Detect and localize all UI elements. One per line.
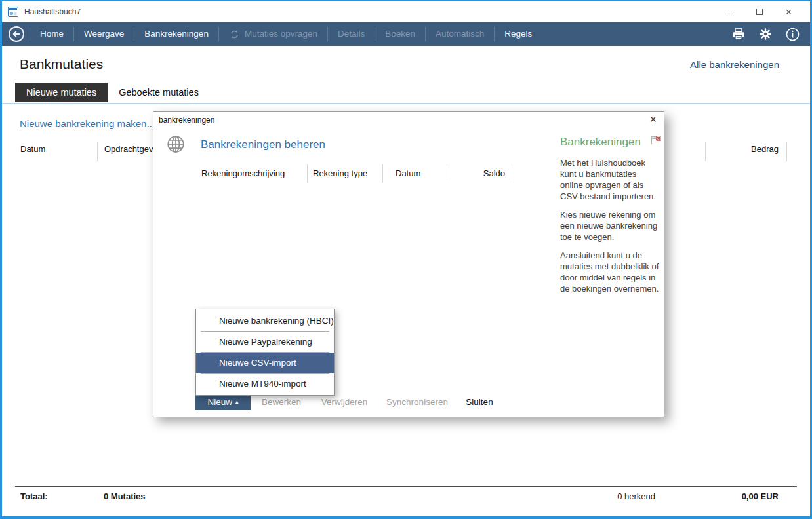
dialog-column-datum[interactable]: Datum: [396, 168, 420, 178]
status-mutation-count: 0 Mutaties: [104, 491, 146, 501]
sync-icon: [229, 29, 240, 40]
column-divider: [97, 142, 98, 161]
nieuw-button-label: Nieuw: [207, 397, 232, 407]
app-icon: [8, 7, 18, 17]
new-bankaccount-link[interactable]: Nieuwe bankrekening maken...: [20, 118, 155, 129]
nav-regels-label: Regels: [504, 22, 532, 46]
menu-item-nieuwe-mt940-import[interactable]: Nieuwe MT940-import: [196, 374, 334, 394]
bewerken-button: Bewerken: [252, 394, 311, 410]
synchroniseren-button: Synchroniseren: [383, 394, 451, 410]
globe-icon: [166, 134, 186, 157]
column-divider: [512, 164, 512, 183]
all-bankaccounts-link[interactable]: Alle bankrekeningen: [690, 59, 779, 70]
tab-geboekte-mutaties[interactable]: Geboekte mutaties: [108, 83, 210, 102]
title-bar: Haushaltsbuch7 ×: [2, 1, 810, 22]
menu-item-nieuwe-bankrekening-hbci[interactable]: Nieuwe bankrekening (HBCI): [196, 311, 334, 331]
dialog-column-rekening-type[interactable]: Rekening type: [313, 168, 367, 178]
dialog-close-button[interactable]: ×: [649, 113, 657, 125]
sluiten-button[interactable]: Sluiten: [457, 394, 502, 410]
column-divider: [382, 164, 383, 183]
verwijderen-button: Verwijderen: [314, 394, 375, 410]
close-icon: ×: [786, 7, 792, 18]
help-panel: Bankrekeningen Met het Huishoudboek kunt…: [560, 136, 661, 294]
nieuw-button[interactable]: Nieuw ▴: [195, 394, 251, 410]
nav-mutaties-opvragen: Mutaties opvragen: [219, 22, 327, 46]
menu-item-nieuwe-csv-import[interactable]: Nieuwe CSV-import: [196, 353, 334, 373]
minimize-button[interactable]: [715, 1, 744, 22]
printer-icon[interactable]: [732, 28, 745, 41]
bankaccounts-dialog: bankrekeningen × Bankrekeningen beheren …: [153, 111, 664, 417]
nav-mutaties-opvragen-label: Mutaties opvragen: [245, 22, 317, 46]
nav-regels[interactable]: Regels: [495, 22, 542, 46]
maximize-button[interactable]: [744, 1, 774, 22]
nav-automatisch-label: Automatisch: [436, 22, 484, 46]
tab-nieuwe-mutaties[interactable]: Nieuwe mutaties: [15, 83, 108, 102]
dialog-title: bankrekeningen: [159, 115, 214, 125]
back-arrow-icon: [12, 29, 21, 39]
nav-details: Details: [328, 22, 375, 46]
nav-boeken-label: Boeken: [385, 22, 415, 46]
column-divider: [705, 142, 706, 161]
back-button[interactable]: [9, 26, 24, 42]
nav-bankrekeningen[interactable]: Bankrekeningen: [134, 22, 218, 46]
status-divider: [15, 486, 797, 487]
app-window: Haushaltsbuch7 × Home Weergave Bankreken…: [0, 0, 812, 519]
status-total-label: Totaal:: [20, 491, 48, 501]
tab-underline: [2, 103, 810, 104]
column-divider: [447, 164, 447, 183]
nav-weergave[interactable]: Weergave: [74, 22, 134, 46]
help-panel-title: Bankrekeningen: [560, 136, 641, 149]
dialog-column-saldo[interactable]: Saldo: [455, 168, 505, 178]
help-paragraph: Aansluitend kunt u de mutaties met dubbe…: [560, 250, 661, 294]
menu-item-nieuwe-paypalrekening[interactable]: Nieuwe Paypalrekening: [196, 332, 334, 352]
nieuw-dropdown-menu: Nieuwe bankrekening (HBCI) Nieuwe Paypal…: [195, 309, 335, 396]
status-amount: 0,00 EUR: [742, 491, 779, 501]
nav-right-icons: [732, 28, 800, 41]
dialog-heading: Bankrekeningen beheren: [201, 138, 325, 151]
settings-gear-icon[interactable]: [759, 28, 772, 41]
column-divider: [786, 142, 787, 161]
nav-automatisch: Automatisch: [426, 22, 494, 46]
dialog-column-rekeningomschrijving[interactable]: Rekeningomschrijving: [201, 168, 285, 178]
column-divider: [307, 164, 308, 183]
info-icon[interactable]: [786, 28, 800, 41]
nav-details-label: Details: [338, 22, 365, 46]
window-title: Haushaltsbuch7: [24, 7, 81, 16]
nav-bar: Home Weergave Bankrekeningen Mutaties op…: [2, 22, 810, 46]
status-recognized: 0 herkend: [617, 491, 655, 501]
nav-bankrekeningen-label: Bankrekeningen: [144, 22, 209, 46]
help-paragraph: Met het Huishoudboek kunt u bankmutaties…: [560, 157, 661, 202]
nav-boeken: Boeken: [375, 22, 425, 46]
nav-home-label: Home: [40, 22, 64, 46]
column-header-bedrag[interactable]: Bedrag: [751, 144, 779, 154]
page-title: Bankmutaties: [20, 56, 103, 72]
nav-weergave-label: Weergave: [84, 22, 124, 46]
help-close-icon[interactable]: [651, 136, 661, 147]
column-header-datum[interactable]: Datum: [20, 144, 45, 154]
window-controls: ×: [715, 1, 803, 22]
mutation-tabs: Nieuwe mutaties Geboekte mutaties: [15, 83, 210, 102]
dropdown-up-arrow-icon: ▴: [235, 399, 239, 405]
close-button[interactable]: ×: [774, 1, 803, 22]
maximize-icon: [756, 9, 763, 15]
nav-home[interactable]: Home: [30, 22, 73, 46]
minimize-icon: [726, 12, 734, 12]
help-paragraph: Kies nieuwe rekening om een nieuwe bankr…: [560, 209, 661, 242]
